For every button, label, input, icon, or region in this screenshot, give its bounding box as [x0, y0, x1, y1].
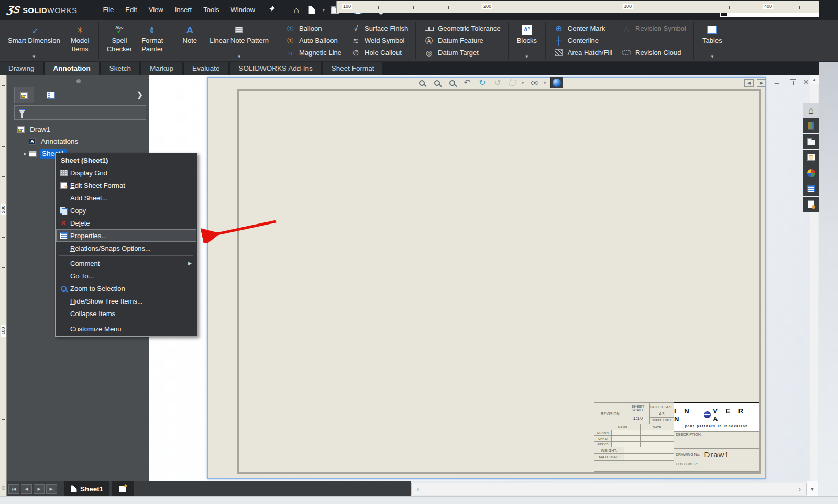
tables-dropdown-caret-icon[interactable]: ▾ [711, 54, 714, 60]
scroll-down-corner[interactable]: ▼ [807, 481, 818, 496]
tab-display-pane[interactable] [41, 87, 61, 103]
spell-checker-button[interactable]: Abc✔SpellChecker [102, 20, 137, 61]
menu-tools[interactable]: Tools [197, 0, 225, 20]
menu-item-delete[interactable]: ✕Delete [56, 217, 196, 229]
linear-note-pattern-dropdown-caret-icon[interactable]: ▾ [238, 54, 240, 60]
menu-edit[interactable]: Edit [119, 0, 142, 20]
menu-item-go-to[interactable]: Go To... [56, 270, 196, 282]
tab-solidworks-add-ins[interactable]: SOLIDWORKS Add-Ins [230, 62, 321, 75]
next-sheet-button[interactable]: ▶ [34, 484, 45, 494]
feature-manager-tabs: ❯ [7, 86, 149, 103]
minimize-button[interactable]: – [770, 76, 783, 88]
balloon-button[interactable]: ①Balloon [284, 23, 341, 35]
surface-finish-button[interactable]: √Surface Finish [350, 23, 408, 35]
center-mark-button[interactable]: ⊕Center Mark [553, 23, 612, 35]
revision-cloud-button[interactable]: Revision Cloud [621, 47, 686, 59]
tree-item-annotations[interactable]: AAnnotations [7, 136, 149, 148]
datum-target-button[interactable]: ◎Datum Target [423, 47, 501, 59]
datum-feature-button[interactable]: ⒶDatum Feature [423, 35, 501, 47]
taskpane-design-library-button[interactable] [803, 118, 819, 133]
redraw-button[interactable]: ↻ [476, 77, 489, 88]
taskpane-view-palette-button[interactable] [803, 150, 819, 165]
rotate-view-button: ↺ [491, 77, 504, 88]
tab-feature-tree[interactable] [14, 87, 34, 103]
last-sheet-button[interactable]: ▶| [46, 484, 57, 494]
menu-item-copy[interactable]: Copy [56, 204, 196, 217]
previous-view-icon: ↶ [464, 79, 470, 87]
horizontal-scrollbar[interactable]: ‹ › [411, 483, 807, 495]
tab-sketch[interactable]: Sketch [101, 62, 139, 75]
menu-item-zoom-to-selection[interactable]: Zoom to Selection [56, 282, 196, 295]
drawing-sheet[interactable]: REVISION SHEET SCALE 1:10 SHEET SIZE A3 … [207, 77, 766, 479]
pane-previous-button[interactable]: ◀ [744, 79, 754, 87]
panel-expand-chevron-icon[interactable]: ❯ [136, 90, 143, 99]
first-sheet-button[interactable]: |◀ [8, 484, 19, 494]
scroll-left-icon[interactable]: ‹ [413, 483, 423, 495]
home-button[interactable]: ⌂ [290, 3, 303, 17]
smart-dimension-dropdown-caret-icon[interactable]: ▾ [33, 54, 36, 60]
tab-drawing[interactable]: Drawing [0, 62, 43, 75]
menu-item-add-sheet[interactable]: Add Sheet... [56, 192, 196, 204]
menu-item-comment[interactable]: Comment▶ [56, 257, 196, 270]
tab-sheet-format[interactable]: Sheet Format [323, 62, 383, 75]
graphics-area[interactable]: REVISION SHEET SCALE 1:10 SHEET SIZE A3 … [149, 75, 810, 481]
tree-item-draw1[interactable]: Draw1 [7, 124, 149, 136]
scroll-up-icon[interactable]: ▲ [810, 75, 819, 84]
sheet-tab-sheet1[interactable]: Sheet1 [64, 481, 109, 496]
zoom-to-area-button[interactable] [431, 77, 443, 88]
menu-item-properties[interactable]: Properties... [56, 229, 196, 242]
tab-markup[interactable]: Markup [141, 62, 182, 75]
new-document-dropdown-caret-icon[interactable]: ▾ [321, 7, 326, 13]
menu-insert[interactable]: Insert [169, 0, 198, 20]
menu-item-relations-snaps-options[interactable]: Relations/Snaps Options... [56, 242, 196, 254]
note-button[interactable]: ANote [174, 20, 205, 61]
area-hatch-fill-button[interactable]: Area Hatch/Fill [553, 47, 612, 59]
taskpane-appearances-button[interactable] [803, 165, 819, 181]
pane-next-button[interactable]: ▶ [757, 79, 766, 87]
taskpane-home-button[interactable]: ⌂ [803, 103, 819, 118]
tree-filter-box[interactable] [14, 105, 146, 120]
zoom-in-out-button[interactable] [446, 77, 458, 88]
3d-drawing-view-button[interactable] [550, 77, 563, 88]
menu-item-hide-show-tree-items[interactable]: Hide/Show Tree Items... [56, 295, 196, 307]
menu-view[interactable]: View [143, 0, 169, 20]
weld-symbol-button[interactable]: ≋Weld Symbol [350, 35, 408, 47]
tab-evaluate[interactable]: Evaluate [184, 62, 228, 75]
tab-annotation[interactable]: Annotation [45, 62, 99, 75]
hole-callout-button[interactable]: ∅Hole Callout [350, 47, 408, 59]
magnetic-line-button[interactable]: ∩Magnetic Line [284, 47, 341, 59]
display-style-button[interactable] [528, 77, 541, 88]
view-orientation-caret-icon[interactable]: ▾ [522, 81, 526, 85]
taskpane-file-explorer-button[interactable] [803, 134, 819, 149]
menu-window[interactable]: Window [225, 0, 261, 20]
geometric-tolerance-button[interactable]: Geometric Tolerance [423, 23, 501, 35]
forum-icon [808, 200, 814, 208]
previous-sheet-button[interactable]: ◀ [21, 484, 32, 494]
taskpane-custom-properties-button[interactable] [803, 181, 819, 196]
menu-item-collapse-items[interactable]: Collapse Items [56, 307, 196, 320]
panel-splitter-handle[interactable] [76, 79, 81, 83]
centerline-button[interactable]: ┼Centerline [553, 35, 612, 47]
display-style-caret-icon[interactable]: ▾ [544, 81, 548, 85]
auto-balloon-button[interactable]: ①Auto Balloon [284, 35, 341, 47]
new-document-button[interactable] [305, 3, 319, 17]
linear-note-pattern-button[interactable]: Linear Note Pattern▾ [205, 20, 273, 61]
blocks-dropdown-caret-icon[interactable]: ▾ [526, 54, 528, 60]
add-sheet-tab[interactable] [112, 481, 134, 496]
expander-icon[interactable]: ▸ [21, 151, 29, 156]
model-items-button[interactable]: ✳ModelItems [65, 20, 95, 61]
smart-dimension-button[interactable]: ↔Smart Dimension▾ [3, 20, 65, 61]
tables-button[interactable]: Tables▾ [697, 20, 727, 61]
taskpane-forum-button[interactable] [803, 197, 819, 212]
scroll-right-icon[interactable]: › [795, 483, 805, 495]
format-painter-button[interactable]: ✏FormatPainter [137, 20, 168, 61]
menu-item-customize-menu[interactable]: Customize Menu [56, 322, 196, 335]
previous-view-button[interactable]: ↶ [461, 77, 473, 88]
menu-item-edit-sheet-format[interactable]: Edit Sheet Format [56, 179, 196, 192]
menu-file[interactable]: File [97, 0, 119, 20]
blocks-button[interactable]: A°Blocks▾ [512, 20, 542, 61]
zoom-to-fit-button[interactable] [415, 77, 428, 88]
pin-menu-icon[interactable] [265, 5, 279, 15]
restore-button[interactable] [785, 76, 798, 88]
menu-item-display-grid[interactable]: Display Grid [56, 166, 196, 179]
